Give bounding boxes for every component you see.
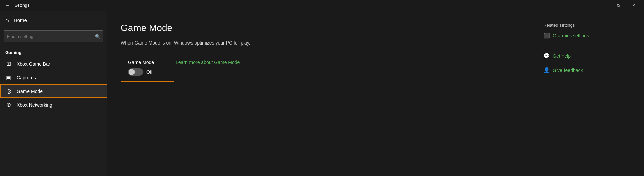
captures-icon: ▣ (5, 74, 12, 81)
get-help-label: Get help (553, 53, 571, 59)
search-input[interactable] (7, 34, 95, 39)
game-mode-card: Game Mode Off (121, 54, 174, 82)
home-label: Home (14, 17, 27, 23)
search-icon: 🔍 (95, 34, 100, 39)
get-help-link[interactable]: 💬 Get help (543, 53, 637, 59)
window-controls: — ⧉ ✕ (595, 0, 641, 11)
restore-button[interactable]: ⧉ (610, 0, 626, 11)
game-mode-icon: ◎ (5, 88, 12, 95)
sidebar-item-xbox-game-bar[interactable]: ⊞ Xbox Game Bar (0, 57, 107, 71)
divider (543, 47, 637, 47)
right-panel: Related settings ⬛ Graphics settings 💬 G… (537, 11, 644, 176)
game-mode-toggle[interactable] (128, 68, 143, 76)
search-box[interactable]: 🔍 (4, 30, 103, 42)
related-settings-header: Related settings (543, 23, 637, 28)
graphics-settings-label: Graphics settings (553, 33, 589, 38)
minimize-button[interactable]: — (595, 0, 610, 11)
xbox-game-bar-icon: ⊞ (5, 60, 12, 67)
main-layout: ⌂ Home 🔍 Gaming ⊞ Xbox Game Bar ▣ Captur… (0, 11, 644, 176)
sidebar-section-gaming: Gaming (0, 46, 107, 57)
sidebar-item-captures[interactable]: ▣ Captures (0, 71, 107, 84)
give-feedback-label: Give feedback (553, 68, 583, 73)
sidebar-item-game-mode[interactable]: ◎ Game Mode (0, 84, 107, 98)
home-icon: ⌂ (5, 17, 9, 24)
xbox-game-bar-label: Xbox Game Bar (17, 61, 50, 67)
graphics-settings-icon: ⬛ (543, 32, 550, 39)
close-button[interactable]: ✕ (626, 0, 641, 11)
give-feedback-link[interactable]: 👤 Give feedback (543, 67, 637, 73)
xbox-networking-icon: ⊕ (5, 101, 12, 108)
toggle-row: Off (128, 68, 167, 76)
get-help-icon: 💬 (543, 53, 550, 59)
xbox-networking-label: Xbox Networking (17, 102, 52, 108)
sidebar-item-home[interactable]: ⌂ Home (0, 13, 107, 27)
game-mode-card-title: Game Mode (128, 60, 167, 65)
sidebar-item-xbox-networking[interactable]: ⊕ Xbox Networking (0, 98, 107, 112)
toggle-knob (129, 69, 135, 75)
page-description: When Game Mode is on, Windows optimizes … (121, 40, 523, 46)
toggle-label: Off (146, 69, 152, 75)
graphics-settings-link[interactable]: ⬛ Graphics settings (543, 32, 637, 39)
window-title: Settings (15, 3, 29, 8)
back-button[interactable]: ← (3, 1, 12, 10)
captures-label: Captures (17, 75, 36, 80)
give-feedback-icon: 👤 (543, 67, 550, 73)
title-bar: ← Settings — ⧉ ✕ (0, 0, 644, 11)
sidebar: ⌂ Home 🔍 Gaming ⊞ Xbox Game Bar ▣ Captur… (0, 11, 107, 176)
page-title: Game Mode (121, 23, 523, 33)
content-area: Game Mode When Game Mode is on, Windows … (107, 11, 537, 176)
learn-more-link[interactable]: Learn more about Game Mode (176, 60, 240, 65)
game-mode-label: Game Mode (17, 89, 43, 94)
